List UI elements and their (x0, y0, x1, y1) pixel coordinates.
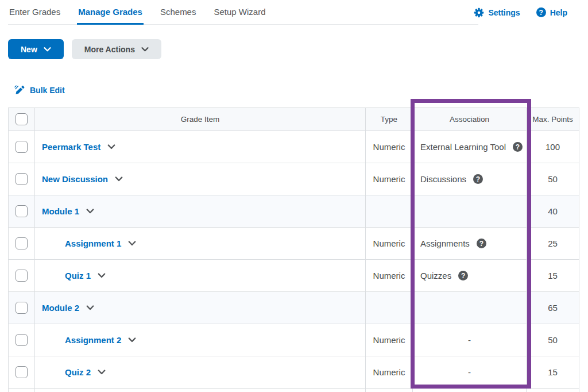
chevron-down-icon[interactable] (86, 305, 94, 310)
grade-item-link[interactable]: New Discussion (42, 174, 108, 184)
select-all-checkbox[interactable] (16, 113, 28, 125)
chevron-down-icon[interactable] (128, 337, 136, 343)
grade-item-cell: Quiz 1 (35, 260, 366, 292)
grade-item-cell: Peermark Test (35, 131, 366, 163)
max-points-cell: 15 (527, 260, 579, 292)
grade-item-cell (35, 389, 366, 392)
max-points-cell: 15 (527, 356, 579, 389)
row-checkbox-cell (9, 131, 35, 163)
row-checkbox-cell (9, 356, 35, 389)
row-checkbox[interactable] (16, 334, 28, 346)
new-button[interactable]: New (8, 39, 64, 59)
table-row (9, 389, 579, 392)
max-points-cell (527, 389, 579, 392)
grades-table: Grade Item Type Association Max. Points … (8, 107, 579, 392)
type-cell: Numeric (366, 260, 413, 292)
more-actions-button[interactable]: More Actions (72, 39, 161, 59)
association-cell: External Learning Tool ? (413, 131, 527, 163)
type-cell (366, 389, 413, 392)
table-header-row: Grade Item Type Association Max. Points (9, 108, 579, 131)
tab-enter-grades[interactable]: Enter Grades (8, 0, 61, 25)
grade-item-link[interactable]: Assignment 2 (65, 335, 121, 345)
new-button-label: New (21, 45, 37, 54)
association-cell (413, 292, 527, 324)
association-label: External Learning Tool (420, 142, 506, 152)
chevron-down-icon[interactable] (128, 241, 136, 246)
chevron-down-icon[interactable] (86, 209, 94, 214)
grade-item-cell: Assignment 1 (35, 228, 366, 260)
table-row: Assignment 1 Numeric Assignments ? 25 (9, 228, 579, 260)
type-cell: Numeric (366, 228, 413, 260)
row-checkbox-cell (9, 389, 35, 392)
help-button[interactable]: ? Help (536, 7, 567, 17)
type-cell: Numeric (366, 356, 413, 389)
association-help-icon[interactable]: ? (513, 142, 523, 152)
association-help-icon[interactable]: ? (473, 174, 483, 184)
association-help-icon[interactable]: ? (458, 271, 468, 280)
association-cell: Quizzes ? (413, 260, 527, 292)
association-cell: Assignments ? (413, 228, 527, 260)
row-checkbox[interactable] (16, 237, 28, 249)
help-icon: ? (536, 7, 546, 17)
grade-item-link[interactable]: Module 2 (42, 303, 79, 313)
bulk-edit-button[interactable]: Bulk Edit (14, 85, 588, 95)
grade-item-link[interactable]: Module 1 (42, 206, 79, 216)
table-row: New Discussion Numeric Discussions ? 50 (9, 163, 579, 195)
grade-item-cell: Quiz 2 (35, 356, 366, 389)
type-cell: Numeric (366, 324, 413, 356)
grade-item-link[interactable]: Quiz 2 (65, 367, 91, 377)
association-label: - (468, 367, 471, 377)
top-actions: Settings ? Help (474, 0, 588, 25)
association-label: Quizzes (420, 271, 451, 280)
select-all-header (9, 108, 35, 131)
row-checkbox[interactable] (16, 173, 28, 185)
row-checkbox-cell (9, 163, 35, 195)
association-cell (413, 389, 527, 392)
row-checkbox-cell (9, 228, 35, 260)
settings-button[interactable]: Settings (474, 7, 520, 18)
row-checkbox-cell (9, 195, 35, 228)
tab-manage-grades[interactable]: Manage Grades (77, 0, 144, 25)
help-label: Help (550, 8, 567, 17)
max-points-cell: 50 (527, 163, 579, 195)
tab-bar: Enter Grades Manage Grades Schemes Setup… (0, 0, 588, 25)
row-checkbox[interactable] (16, 366, 28, 378)
type-cell: Numeric (366, 131, 413, 163)
max-points-cell: 100 (527, 131, 579, 163)
bulk-edit-pencil-icon (14, 85, 25, 95)
grade-item-cell: Assignment 2 (35, 324, 366, 356)
chevron-down-icon[interactable] (107, 144, 115, 149)
row-checkbox[interactable] (16, 270, 28, 282)
grade-table-body: Peermark Test Numeric External Learning … (9, 131, 579, 392)
chevron-down-icon[interactable] (98, 370, 106, 375)
max-points-cell: 65 (527, 292, 579, 324)
column-header-max-points: Max. Points (527, 108, 579, 131)
table-row: Module 1 40 (9, 195, 579, 228)
grade-item-cell: Module 2 (35, 292, 366, 324)
column-header-grade-item: Grade Item (35, 108, 366, 131)
chevron-down-icon[interactable] (115, 176, 123, 182)
more-actions-label: More Actions (84, 45, 135, 54)
tab-schemes[interactable]: Schemes (159, 0, 198, 25)
tab-setup-wizard[interactable]: Setup Wizard (212, 0, 266, 25)
chevron-down-icon[interactable] (98, 273, 106, 278)
row-checkbox[interactable] (16, 302, 28, 314)
bulk-edit-label: Bulk Edit (30, 86, 65, 95)
association-cell: - (413, 324, 527, 356)
column-header-type: Type (366, 108, 413, 131)
grade-item-cell: Module 1 (35, 195, 366, 228)
chevron-down-icon (141, 47, 149, 52)
type-cell (366, 292, 413, 324)
row-checkbox[interactable] (16, 205, 28, 217)
grade-item-cell: New Discussion (35, 163, 366, 195)
max-points-cell: 25 (527, 228, 579, 260)
row-checkbox[interactable] (16, 141, 28, 153)
grade-item-link[interactable]: Quiz 1 (65, 271, 91, 280)
table-row: Assignment 2 Numeric - 50 (9, 324, 579, 356)
row-checkbox-cell (9, 324, 35, 356)
chevron-down-icon (44, 47, 51, 52)
grade-item-link[interactable]: Assignment 1 (65, 239, 121, 248)
association-help-icon[interactable]: ? (477, 239, 486, 248)
grade-item-link[interactable]: Peermark Test (42, 142, 100, 152)
association-label: Discussions (420, 174, 466, 184)
